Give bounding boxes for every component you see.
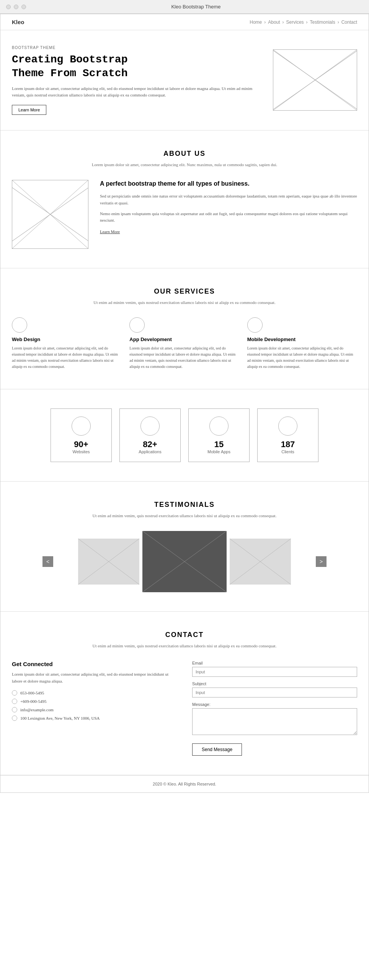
about-content-title: A perfect bootstrap theme for all types …: [100, 180, 357, 188]
about-section: ABOUT US Lorem ipsum dolor sit amet, con…: [0, 131, 369, 268]
carousel-wrapper: [12, 531, 357, 592]
contact-left: Get Connected Lorem ipsum dolor sit amet…: [12, 661, 177, 756]
stat-label-0: Websites: [57, 449, 106, 454]
services-subtitle: Ut enim ad minim venim, quis nostrud exe…: [12, 299, 357, 306]
email-input[interactable]: [192, 667, 357, 677]
service-text-2: Lorem ipsum dolor sit amet, consectetur …: [247, 345, 357, 370]
subject-form-group: Subject: [192, 681, 357, 697]
stat-number-2: 15: [194, 439, 243, 449]
contact-phone2: +609-000-5495: [12, 699, 177, 704]
about-image: [12, 180, 88, 249]
stat-circle-2: [209, 416, 229, 436]
service-text-1: Lorem ipsum dolor sit amet, consectetur …: [129, 345, 239, 370]
about-image-placeholder: [12, 180, 88, 248]
about-subtitle: Lorem ipsum dolor sit amet, consectetur …: [12, 162, 357, 168]
carousel-container: <: [12, 531, 357, 592]
service-icon-1: [129, 317, 145, 333]
navbar: Kleo Home › About › Services › Testimoni…: [0, 14, 369, 30]
message-label: Message:: [192, 702, 357, 707]
carousel-slide-right: [230, 539, 291, 585]
contact-left-text: Lorem ipsum dolor sit amet, consectetur …: [12, 671, 177, 684]
radio-dot-2: [12, 707, 17, 712]
hero-image: [273, 49, 357, 111]
service-title-1: App Development: [129, 336, 239, 342]
service-icon-2: [247, 317, 263, 333]
hero-image-placeholder: [273, 50, 357, 110]
stat-label-1: Applications: [126, 449, 175, 454]
about-para2: Nemo enim ipsam voluptatem quia voluptas…: [100, 211, 357, 224]
testimonials-section: TESTIMONIALS Ut enim ad minim venim, qui…: [0, 482, 369, 612]
hero-tag: Bootstrap Theme: [12, 46, 261, 50]
stats-section: 90+ Websites 82+ Applications 15 Mobile …: [0, 389, 369, 482]
hero-content: Bootstrap Theme Creating BootstrapTheme …: [12, 46, 261, 115]
services-section: OUR SERVICES Ut enim ad minim venim, qui…: [0, 268, 369, 390]
email-label: Email: [192, 661, 357, 665]
contact-title: CONTACT: [12, 631, 357, 639]
breadcrumb-contact[interactable]: Contact: [341, 20, 357, 25]
stats-grid: 90+ Websites 82+ Applications 15 Mobile …: [12, 408, 357, 462]
nav-logo[interactable]: Kleo: [12, 19, 24, 25]
stat-card-2: 15 Mobile Apps: [188, 408, 250, 462]
stat-label-3: Clients: [263, 449, 312, 454]
site-wrapper: Kleo Home › About › Services › Testimoni…: [0, 14, 369, 793]
subject-input[interactable]: [192, 688, 357, 697]
contact-phone2-text: +609-000-5495: [20, 699, 47, 704]
contact-address-text: 100 Lexington Ave, New York, NY 1006, US…: [20, 716, 100, 720]
hero-section: Bootstrap Theme Creating BootstrapTheme …: [0, 30, 369, 131]
message-form-group: Message:: [192, 702, 357, 737]
carousel-slide-left: [78, 539, 139, 585]
contact-header: CONTACT Ut enim ad minim venim, quis nos…: [12, 631, 357, 650]
stat-number-3: 187: [263, 439, 312, 449]
send-message-button[interactable]: Send Message: [192, 743, 242, 756]
breadcrumb-about[interactable]: About: [268, 20, 280, 25]
stat-number-0: 90+: [57, 439, 106, 449]
window-dot-close[interactable]: [6, 5, 11, 9]
service-icon-0: [12, 317, 27, 333]
stat-circle-3: [278, 416, 297, 436]
service-card-0: Web Design Lorem ipsum dolor sit amet, c…: [12, 317, 122, 370]
contact-left-title: Get Connected: [12, 661, 177, 667]
radio-dot-1: [12, 699, 17, 704]
services-grid: Web Design Lorem ipsum dolor sit amet, c…: [12, 317, 357, 370]
testimonials-title: TESTIMONIALS: [12, 501, 357, 509]
message-textarea[interactable]: [192, 708, 357, 735]
stat-label-2: Mobile Apps: [194, 449, 243, 454]
contact-address: 100 Lexington Ave, New York, NY 1006, US…: [12, 715, 177, 721]
contact-section: CONTACT Ut enim ad minim venim, quis nos…: [0, 612, 369, 776]
stat-circle-0: [72, 416, 91, 436]
about-text: A perfect bootstrap theme for all types …: [100, 180, 357, 235]
services-title: OUR SERVICES: [12, 287, 357, 296]
service-title-2: Mobile Development: [247, 336, 357, 342]
carousel-slide-main: [142, 531, 227, 592]
radio-dot-0: [12, 690, 17, 696]
about-learn-more-link[interactable]: Learn More: [100, 229, 120, 234]
hero-learn-more-button[interactable]: Learn More: [12, 105, 46, 115]
contact-subtitle: Ut enim ad minim venim, quis nostrud exe…: [12, 643, 357, 650]
about-para1: Sed ut perspiciatis unde omnis iste natu…: [100, 193, 357, 206]
stat-card-3: 187 Clients: [257, 408, 318, 462]
service-card-1: App Development Lorem ipsum dolor sit am…: [129, 317, 239, 370]
service-title-0: Web Design: [12, 336, 122, 342]
services-header: OUR SERVICES Ut enim ad minim venim, qui…: [12, 287, 357, 306]
breadcrumb-testimonials[interactable]: Testimonials: [310, 20, 335, 25]
footer: 2020 © Kleo. All Rights Reserved.: [0, 775, 369, 792]
subject-label: Subject: [192, 681, 357, 686]
about-title: ABOUT US: [12, 150, 357, 158]
footer-text: 2020 © Kleo. All Rights Reserved.: [153, 782, 216, 786]
contact-right: Email Subject Message: Send Message: [192, 661, 357, 756]
contact-grid: Get Connected Lorem ipsum dolor sit amet…: [12, 661, 357, 756]
breadcrumb-home[interactable]: Home: [250, 20, 262, 25]
window-chrome: Kleo Bootstrap Theme: [0, 0, 369, 14]
testimonials-header: TESTIMONIALS Ut enim ad minim venim, qui…: [12, 501, 357, 519]
breadcrumb-services[interactable]: Services: [286, 20, 304, 25]
carousel-prev-button[interactable]: <: [42, 556, 53, 567]
about-header: ABOUT US Lorem ipsum dolor sit amet, con…: [12, 150, 357, 168]
hero-text: Lorem ipsum dolor sit amet, consectetur …: [12, 85, 261, 99]
window-dot-max[interactable]: [21, 5, 26, 9]
contact-email: info@example.com: [12, 707, 177, 712]
window-title: Kleo Bootstrap Theme: [29, 4, 363, 10]
about-content: A perfect bootstrap theme for all types …: [12, 180, 357, 249]
service-text-0: Lorem ipsum dolor sit amet, consectetur …: [12, 345, 122, 370]
carousel-next-button[interactable]: >: [316, 556, 327, 567]
window-dot-min[interactable]: [14, 5, 18, 9]
